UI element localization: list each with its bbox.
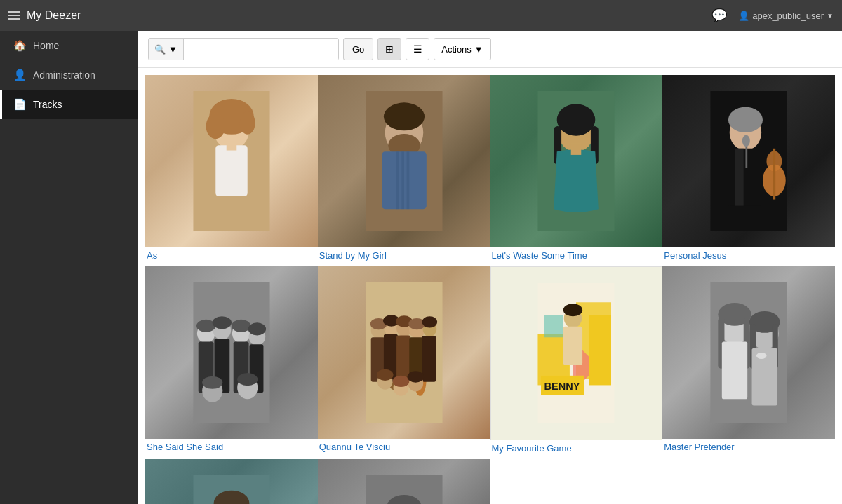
svg-rect-20 (571, 143, 582, 154)
sidebar-admin-label: Administration (33, 69, 95, 81)
track-item[interactable]: Master Pretender (662, 266, 835, 459)
svg-rect-81 (589, 315, 612, 385)
svg-point-73 (407, 371, 424, 382)
sidebar-tracks-label: Tracks (33, 99, 62, 110)
track-item[interactable]: She Said She Said (145, 266, 318, 459)
track-1-image (189, 91, 274, 231)
track-item[interactable]: Stand by My Girl (318, 75, 490, 266)
track-10-image (362, 475, 446, 504)
user-menu[interactable]: 👤 apex_public_user ▼ (738, 11, 834, 21)
track-item[interactable] (145, 459, 318, 505)
search-box: 🔍 ▼ (148, 38, 339, 60)
svg-rect-5 (215, 145, 247, 196)
track-1-label: As (145, 247, 318, 266)
track-item[interactable]: BENNY SINGS My Favourite Game (490, 266, 663, 459)
svg-point-38 (232, 319, 250, 332)
actions-label: Actions (441, 44, 472, 55)
svg-point-39 (248, 322, 266, 335)
hamburger-icon[interactable] (8, 11, 20, 20)
track-item[interactable]: Quannu Te Visciu (318, 266, 490, 459)
tracks-grid: As (138, 68, 842, 504)
svg-rect-78 (544, 315, 563, 337)
topbar-left: My Deezer (8, 9, 81, 22)
app-title: My Deezer (27, 9, 81, 22)
svg-point-10 (384, 102, 425, 130)
svg-point-71 (377, 369, 394, 380)
svg-rect-67 (422, 336, 436, 381)
chevron-down-icon: ▼ (827, 12, 834, 20)
track-7-label: My Favourite Game (490, 440, 663, 459)
search-chevron: ▼ (168, 44, 178, 55)
svg-point-72 (392, 375, 409, 386)
layout: 🏠 Home 👤 Administration 📄 Tracks 🔍 ▼ Go (0, 31, 842, 504)
user-icon: 👤 (738, 11, 749, 21)
svg-point-47 (237, 373, 258, 386)
main-content: 🔍 ▼ Go ⊞ ☰ Actions ▼ (138, 31, 842, 504)
svg-rect-14 (406, 151, 409, 209)
svg-rect-28 (773, 149, 776, 200)
list-view-button[interactable]: ☰ (406, 38, 429, 60)
track-5-label: She Said She Said (145, 439, 318, 458)
list-icon: ☰ (413, 43, 422, 55)
svg-point-37 (213, 316, 232, 329)
topbar: My Deezer 💬 👤 apex_public_user ▼ (0, 0, 842, 31)
svg-rect-12 (396, 151, 399, 209)
track-item[interactable]: Personal Jesus (662, 75, 835, 266)
track-4-label: Personal Jesus (662, 247, 835, 266)
svg-rect-85 (563, 326, 582, 365)
tracks-icon: 📄 (13, 98, 26, 111)
svg-point-45 (202, 376, 222, 388)
grid-icon: ⊞ (385, 43, 394, 55)
track-9-image (189, 475, 274, 504)
sidebar: 🏠 Home 👤 Administration 📄 Tracks (0, 31, 138, 504)
track-8-label: Master Pretender (662, 439, 835, 458)
chat-icon[interactable]: 💬 (711, 8, 727, 23)
svg-point-84 (563, 304, 582, 316)
search-input[interactable] (184, 39, 338, 60)
svg-point-97 (756, 353, 767, 359)
svg-point-17 (557, 104, 596, 135)
svg-rect-25 (735, 149, 744, 206)
svg-point-30 (742, 135, 750, 147)
track-4-image (707, 91, 791, 231)
track-6-image (362, 282, 446, 423)
track-5-image (189, 282, 274, 423)
track-3-image (534, 91, 618, 231)
svg-point-4 (240, 111, 255, 135)
sidebar-item-home[interactable]: 🏠 Home (0, 31, 138, 60)
username-label: apex_public_user (752, 11, 824, 21)
sidebar-item-tracks[interactable]: 📄 Tracks (0, 90, 138, 119)
svg-point-58 (422, 316, 437, 327)
track-6-label: Quannu Te Visciu (318, 439, 490, 458)
go-button[interactable]: Go (343, 38, 373, 60)
sidebar-item-administration[interactable]: 👤 Administration (0, 60, 138, 90)
admin-icon: 👤 (13, 69, 26, 81)
home-icon: 🏠 (13, 39, 26, 52)
track-3-label: Let's Waste Some Time (490, 247, 663, 266)
track-2-label: Stand by My Girl (318, 247, 490, 266)
toolbar: 🔍 ▼ Go ⊞ ☰ Actions ▼ (138, 31, 842, 68)
svg-text:BENNY: BENNY (544, 380, 580, 391)
track-item[interactable] (318, 459, 490, 505)
track-item[interactable]: Let's Waste Some Time (490, 75, 663, 266)
actions-chevron-icon: ▼ (474, 44, 483, 55)
svg-rect-95 (722, 341, 747, 399)
svg-rect-13 (401, 151, 404, 209)
grid-view-button[interactable]: ⊞ (377, 38, 401, 60)
sidebar-home-label: Home (33, 40, 59, 51)
track-7-image: BENNY SINGS (534, 283, 618, 423)
svg-point-3 (206, 114, 225, 139)
track-8-image (707, 282, 791, 423)
svg-rect-6 (227, 141, 237, 151)
actions-button[interactable]: Actions ▼ (434, 38, 491, 60)
topbar-right: 💬 👤 apex_public_user ▼ (711, 8, 834, 23)
search-icon: 🔍 (154, 44, 166, 55)
svg-point-23 (728, 107, 763, 132)
track-item[interactable]: As (145, 75, 318, 266)
track-2-image (362, 91, 446, 231)
search-type-select[interactable]: 🔍 ▼ (149, 39, 184, 60)
